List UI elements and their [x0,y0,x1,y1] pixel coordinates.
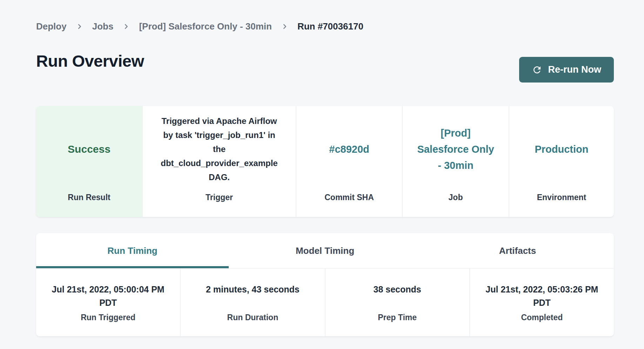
run-duration-label: Run Duration [181,313,324,322]
completed-label: Completed [470,313,614,322]
run-triggered-cell: Jul 21st, 2022, 05:00:04 PM PDT Run Trig… [36,269,181,336]
value-line: Production [535,141,588,157]
rerun-now-button[interactable]: Re-run Now [519,57,614,83]
commit-sha-link[interactable]: #c8920d [296,106,402,192]
tab-model-timing[interactable]: Model Timing [229,233,421,268]
commit-sha-card: #c8920d Commit SHA [296,106,403,217]
run-summary-row: Success Run Result Triggered via Apache … [36,106,614,217]
trigger-description: Triggered via Apache Airflow by task 'tr… [143,106,296,192]
chevron-right-icon [76,23,83,30]
run-result-label: Run Result [36,192,142,217]
chevron-right-icon [281,23,288,30]
run-result-card: Success Run Result [36,106,143,217]
completed-cell: Jul 21st, 2022, 05:03:26 PM PDT Complete… [470,269,614,336]
value-line: [Prod] [417,125,494,141]
tab-artifacts[interactable]: Artifacts [421,233,614,268]
completed-value: Jul 21st, 2022, 05:03:26 PM PDT [470,283,614,309]
run-detail-panel: Run Timing Model Timing Artifacts Jul 21… [36,233,614,336]
breadcrumb-deploy[interactable]: Deploy [36,21,67,32]
job-card: [Prod] Salesforce Only - 30min Job [403,106,509,217]
commit-sha-label: Commit SHA [296,192,402,217]
value-line: Jul 21st, 2022, 05:00:04 PM [36,283,180,296]
tab-bar: Run Timing Model Timing Artifacts [36,233,614,269]
job-link[interactable]: [Prod] Salesforce Only - 30min [403,106,509,192]
environment-link[interactable]: Production [509,106,614,192]
run-duration-cell: 2 minutes, 43 seconds Run Duration [181,269,325,336]
chevron-right-icon [123,23,129,30]
value-line: the [161,142,277,156]
breadcrumb-jobs[interactable]: Jobs [92,21,114,32]
value-line: Jul 21st, 2022, 05:03:26 PM [470,283,614,296]
breadcrumb-current-run: Run #70036170 [297,21,363,32]
value-line: Success [68,143,110,155]
value-line: - 30min [417,157,494,173]
value-line: DAG. [161,170,277,184]
prep-time-value: 38 seconds [326,283,469,309]
value-line: 38 seconds [326,283,469,296]
run-overview-page: Deploy Jobs [Prod] Salesforce Only - 30m… [36,0,614,336]
refresh-icon [532,65,542,75]
value-line: #c8920d [329,141,369,157]
job-label: Job [403,192,509,217]
breadcrumb-job-name[interactable]: [Prod] Salesforce Only - 30min [139,21,272,32]
value-line: PDT [470,296,614,309]
run-triggered-label: Run Triggered [36,313,180,322]
value-line: by task 'trigger_job_run1' in [161,128,277,142]
rerun-now-label: Re-run Now [548,64,602,75]
run-timing-panel: Jul 21st, 2022, 05:00:04 PM PDT Run Trig… [36,269,614,336]
value-line: dbt_cloud_provider_example [161,156,277,170]
run-result-value: Success [36,106,142,192]
tab-run-timing[interactable]: Run Timing [36,233,229,268]
breadcrumb: Deploy Jobs [Prod] Salesforce Only - 30m… [36,0,614,32]
run-triggered-value: Jul 21st, 2022, 05:00:04 PM PDT [36,283,180,309]
prep-time-label: Prep Time [326,313,469,322]
run-duration-value: 2 minutes, 43 seconds [181,283,324,309]
value-line: Triggered via Apache Airflow [161,114,277,128]
value-line: Salesforce Only [417,141,494,157]
page-header: Run Overview Re-run Now [36,48,614,83]
environment-label: Environment [509,192,614,217]
page-title: Run Overview [36,48,144,74]
prep-time-cell: 38 seconds Prep Time [326,269,470,336]
value-line: PDT [36,296,180,309]
trigger-card: Triggered via Apache Airflow by task 'tr… [143,106,296,217]
trigger-label: Trigger [143,192,296,217]
environment-card: Production Environment [509,106,614,217]
value-line: 2 minutes, 43 seconds [181,283,324,296]
